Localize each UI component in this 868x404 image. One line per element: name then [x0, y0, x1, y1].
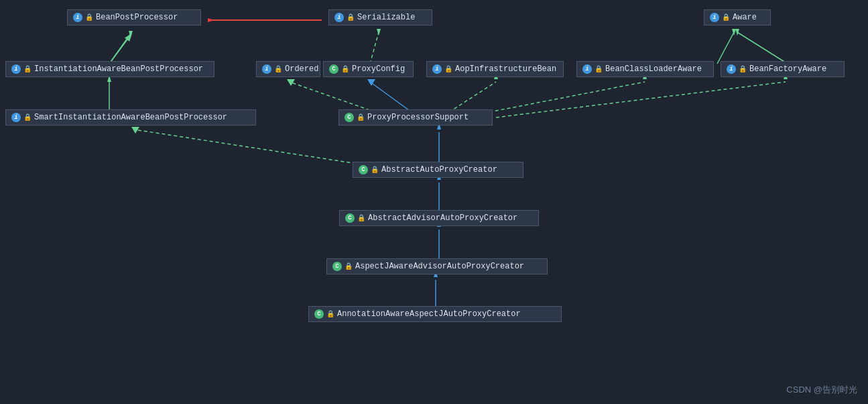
icon-i-siabpp: i	[11, 113, 21, 122]
diagram-container: i 🔒 BeanPostProcessor i 🔒 Serializable i…	[0, 0, 868, 404]
node-aware: i 🔒 Aware	[704, 9, 771, 26]
node-proxy-processor-support: C 🔒 ProxyProcessorSupport	[338, 109, 493, 125]
svg-line-14	[449, 82, 496, 112]
node-proxy-config: C 🔒 ProxyConfig	[323, 61, 414, 77]
icon-i-aib: i	[432, 64, 442, 74]
node-bean-class-loader-aware: i 🔒 BeanClassLoaderAware	[576, 61, 714, 77]
svg-marker-1	[208, 18, 214, 22]
svg-marker-4	[129, 31, 133, 38]
svg-marker-21	[732, 29, 736, 36]
svg-line-10	[370, 82, 412, 112]
node-serializable: i 🔒 Serializable	[328, 9, 432, 26]
svg-marker-23	[735, 29, 739, 36]
node-bean-post-processor: i 🔒 BeanPostProcessor	[67, 9, 201, 26]
svg-line-16	[489, 82, 645, 112]
icon-c-pc: C	[329, 64, 338, 74]
icon-c-aaapc2: C	[314, 309, 324, 319]
icon-i-aware: i	[710, 13, 719, 22]
icon-i-bpp: i	[73, 13, 82, 22]
node-aop-infrastructure-bean: i 🔒 AopInfrastructureBean	[426, 61, 564, 77]
icon-i-ser: i	[334, 13, 344, 22]
icon-i-bfa: i	[727, 64, 736, 74]
svg-marker-11	[367, 79, 375, 86]
node-annotation-aware-aspectj-auto-proxy-creator: C 🔒 AnnotationAwareAspectJAutoProxyCreat…	[308, 306, 562, 322]
svg-marker-13	[287, 79, 295, 86]
icon-c-aaapc: C	[345, 213, 355, 223]
svg-line-18	[496, 82, 786, 117]
svg-line-24	[134, 130, 362, 164]
svg-line-20	[717, 32, 734, 64]
icon-c-aapc: C	[359, 165, 368, 174]
node-abstract-advisor-auto-proxy-creator: C 🔒 AbstractAdvisorAutoProxyCreator	[339, 210, 539, 226]
watermark: CSDN @告别时光	[786, 384, 857, 396]
icon-i-iabpp: i	[11, 64, 21, 74]
node-aspectj-aware-advisor-auto-proxy-creator: C 🔒 AspectJAwareAdvisorAutoProxyCreator	[326, 258, 548, 274]
node-instantiation-aware-bpp: i 🔒 InstantiationAwareBeanPostProcessor	[5, 61, 214, 77]
icon-c-ajaap: C	[332, 262, 342, 271]
node-abstract-auto-proxy-creator: C 🔒 AbstractAutoProxyCreator	[353, 162, 523, 178]
svg-line-22	[737, 32, 788, 64]
icon-i-bcla: i	[582, 64, 592, 74]
icon-c-pps: C	[345, 113, 354, 122]
svg-line-5	[109, 34, 131, 64]
node-bean-factory-aware: i 🔒 BeanFactoryAware	[721, 61, 845, 77]
node-smart-instantiation-aware-bpp: i 🔒 SmartInstantiationAwareBeanPostProce…	[5, 109, 256, 125]
svg-line-12	[290, 82, 375, 112]
svg-line-8	[370, 32, 379, 64]
svg-line-3	[109, 35, 131, 64]
svg-marker-9	[377, 29, 381, 36]
icon-i-ordered: i	[262, 64, 271, 74]
svg-marker-25	[131, 127, 139, 134]
node-ordered: i 🔒 Ordered	[256, 61, 320, 77]
